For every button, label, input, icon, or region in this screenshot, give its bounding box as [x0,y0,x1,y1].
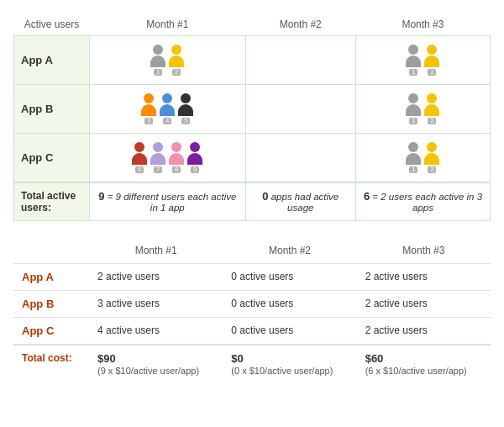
col-header-month2-top: Month #2 [245,13,355,36]
col-header-month2-bot: Month #2 [223,241,356,264]
user-icon: 8 [169,142,184,173]
summary-row: Total active users:9 = 9 different users… [14,182,491,221]
user-icon: 5 [178,93,193,124]
user-icon: 2 [169,45,184,76]
total-cost-month3: $60(6 x $10/active user/app) [357,345,491,383]
user-icon: 2 [424,142,439,173]
month3-usage: 2 active users [357,318,491,345]
table-row: App A 1 2 1 2 [14,36,491,85]
user-icon: 2 [424,93,439,124]
total-cost-label: Total cost: [13,345,89,383]
month3-cell: 1 2 [355,134,490,183]
summary-month1: 9 = 9 different users each active in 1 a… [90,182,246,221]
month2-cell [245,134,355,183]
cost-table: Month #1 Month #2 Month #3 App A2 active… [13,241,491,383]
table-row: App B3 active users0 active users2 activ… [13,291,491,318]
col-header-empty [13,241,89,264]
col-header-month1-top: Month #1 [90,13,246,36]
month3-cell: 1 2 [355,36,490,85]
month2-cell [245,36,355,85]
summary-month3: 6 = 2 users each active in 3 apps [355,182,490,221]
table-row: App C4 active users0 active users2 activ… [13,318,491,345]
user-icon: 1 [406,45,421,76]
table-row: App A2 active users0 active users2 activ… [13,264,491,291]
app-label: App B [14,85,90,134]
user-icon: 6 [132,142,147,173]
total-row: Total cost:$90(9 x $10/active user/app)$… [13,345,491,383]
total-cost-month2: $0(0 x $10/active user/app) [223,345,356,383]
summary-month2: 0 apps had active usage [245,182,355,221]
total-cost-month1: $90(9 x $10/active user/app) [89,345,223,383]
month1-cell: 3 4 5 [90,85,246,134]
summary-label: Total active users: [14,182,90,221]
month1-cell: 6 7 8 9 [90,134,246,183]
app-label: App B [13,291,89,318]
user-icon: 3 [141,93,156,124]
user-icon: 1 [406,93,421,124]
col-header-active-users: Active users [14,13,90,36]
month3-usage: 2 active users [357,264,491,291]
month2-usage: 0 active users [223,264,356,291]
col-header-month3-bot: Month #3 [357,241,491,264]
user-icon: 7 [150,142,165,173]
col-header-month3-top: Month #3 [355,13,490,36]
month1-usage: 4 active users [89,318,223,345]
month2-usage: 0 active users [223,291,356,318]
month2-usage: 0 active users [223,318,356,345]
month2-cell [245,85,355,134]
month3-cell: 1 2 [355,85,490,134]
col-header-month1-bot: Month #1 [89,241,223,264]
user-icon: 2 [424,45,439,76]
user-icon: 1 [406,142,421,173]
app-label: App A [14,36,90,85]
app-label: App A [13,264,89,291]
app-label: App C [13,318,89,345]
user-icon: 1 [150,45,165,76]
month1-usage: 2 active users [89,264,223,291]
user-icon: 4 [160,93,175,124]
user-icon: 9 [187,142,202,173]
active-users-table: Active users Month #1 Month #2 Month #3 … [13,13,491,221]
month1-cell: 1 2 [90,36,246,85]
table-row: App C 6 7 8 9 1 [14,134,491,183]
month3-usage: 2 active users [357,291,491,318]
app-label: App C [14,134,90,183]
month1-usage: 3 active users [89,291,223,318]
table-row: App B 3 4 5 1 2 [14,85,491,134]
